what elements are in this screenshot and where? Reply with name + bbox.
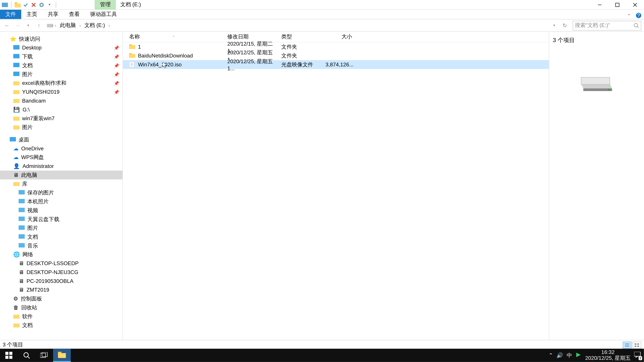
- sidebar-onedrive[interactable]: ☁OneDrive: [0, 144, 122, 153]
- navigation-pane: ⭐快速访问 Desktop📌 下载📌 文档📌 图片📌 excel表格制作求和📌 …: [0, 32, 123, 340]
- sidebar-g-drive[interactable]: 💾G:\: [0, 105, 122, 114]
- svg-rect-16: [13, 71, 20, 76]
- search-button[interactable]: [18, 349, 35, 362]
- taskbar-explorer[interactable]: [53, 349, 70, 362]
- svg-rect-25: [18, 199, 25, 203]
- sidebar-win7reinstall[interactable]: win7重装win7: [0, 114, 122, 123]
- recycle-icon: 🗑: [13, 305, 18, 311]
- crumb-drive[interactable]: 文档 (E:): [82, 21, 107, 30]
- svg-rect-52: [9, 356, 12, 359]
- cursor-icon: [163, 62, 168, 69]
- tray-app-icon[interactable]: [576, 352, 582, 359]
- sidebar-documents[interactable]: 文档📌: [0, 61, 122, 70]
- sidebar-excel[interactable]: excel表格制作求和📌: [0, 79, 122, 87]
- svg-rect-33: [129, 45, 135, 49]
- title-context-tab[interactable]: 管理: [94, 0, 116, 9]
- refresh-button[interactable]: ↻: [560, 21, 569, 30]
- clock[interactable]: 16:32 2020/12/25, 星期五: [585, 350, 630, 361]
- sidebar-recycle[interactable]: 🗑回收站: [0, 303, 122, 312]
- ribbon-menu: 文件 主页 共享 查看 驱动器工具: [0, 10, 644, 19]
- sidebar-netpc2[interactable]: 🖥DESKTOP-NJEU3CG: [0, 268, 122, 277]
- sidebar-control-panel[interactable]: ⚙控制面板: [0, 294, 122, 303]
- tray-chevron-icon[interactable]: ⌃: [548, 352, 553, 359]
- sidebar-netpc4[interactable]: 🖥ZMT2019: [0, 286, 122, 295]
- network-icon: 🌐: [13, 251, 20, 258]
- ql-folder-icon[interactable]: [14, 1, 21, 8]
- ime-indicator[interactable]: 中: [567, 352, 572, 359]
- search-input[interactable]: 搜索"文档 (E:)": [573, 21, 641, 30]
- address-dropdown-icon[interactable]: ▾: [550, 21, 559, 30]
- sidebar-libraries[interactable]: 库: [0, 179, 122, 188]
- svg-rect-32: [13, 324, 20, 328]
- pin-icon: 📌: [114, 81, 119, 85]
- svg-rect-27: [18, 217, 25, 221]
- col-name[interactable]: 名称 ⌃: [129, 33, 227, 41]
- svg-rect-40: [583, 88, 612, 91]
- action-center-icon[interactable]: 3: [634, 352, 641, 359]
- svg-rect-0: [2, 2, 8, 7]
- titlebar: ▾ 管理 文档 (E:) ⌃ ?: [0, 0, 644, 10]
- task-view-button[interactable]: [36, 349, 53, 362]
- help-button[interactable]: ?: [634, 10, 643, 20]
- pin-icon: 📌: [114, 54, 119, 59]
- sidebar-local-photos[interactable]: 本机照片: [0, 197, 122, 206]
- ql-dropdown-icon[interactable]: ▾: [46, 1, 53, 8]
- sidebar-pics3[interactable]: 图片: [0, 224, 122, 232]
- ribbon-share[interactable]: 共享: [42, 10, 64, 19]
- sidebar-network[interactable]: 🌐网络: [0, 250, 122, 259]
- sidebar-software[interactable]: 软件: [0, 312, 122, 321]
- crumb-thispc[interactable]: 此电脑: [58, 21, 78, 30]
- sidebar-tianyi[interactable]: 天翼云盘下载: [0, 215, 122, 224]
- pc-icon: 🖥: [18, 278, 24, 284]
- svg-line-54: [28, 357, 30, 359]
- cpanel-icon: ⚙: [13, 296, 18, 302]
- sidebar-docs3[interactable]: 文档: [0, 232, 122, 241]
- ribbon-view[interactable]: 查看: [64, 10, 85, 19]
- sidebar-quick-access[interactable]: ⭐快速访问: [0, 34, 122, 43]
- file-row-selected[interactable]: Win7x64_2020.iso 2020/12/25, 星期五 1... 光盘…: [123, 60, 549, 69]
- sidebar-saved-pics[interactable]: 保存的图片: [0, 188, 122, 197]
- sidebar-wps[interactable]: ☁WPS网盘: [0, 153, 122, 162]
- ql-close-icon[interactable]: [30, 1, 37, 8]
- window-title: 文档 (E:): [116, 1, 146, 8]
- col-size[interactable]: 大小: [326, 33, 352, 41]
- ribbon-file[interactable]: 文件: [0, 10, 21, 19]
- maximize-button[interactable]: [608, 0, 626, 10]
- file-row[interactable]: BaiduNetdiskDownload 2020/12/25, 星期五 1..…: [123, 51, 549, 60]
- breadcrumb[interactable]: › 此电脑 › 文档 (E:) › ▾ ↻: [45, 21, 571, 30]
- sidebar-videos[interactable]: 视频: [0, 206, 122, 215]
- sidebar-pictures[interactable]: 图片📌: [0, 70, 122, 79]
- sidebar-pictures2[interactable]: 图片: [0, 123, 122, 132]
- svg-rect-46: [637, 343, 639, 345]
- sidebar-thispc[interactable]: 🖥此电脑: [0, 171, 122, 179]
- volume-icon[interactable]: 🔊: [556, 352, 563, 359]
- file-row[interactable]: 1 2020/12/15, 星期二 1... 文件夹: [123, 42, 549, 51]
- sidebar-netpc1[interactable]: 🖥DESKTOP-LSSOEDP: [0, 259, 122, 268]
- ribbon-collapse-icon[interactable]: ⌃: [624, 10, 633, 20]
- sidebar-admin[interactable]: 👤Administrator: [0, 162, 122, 171]
- view-details-button[interactable]: [623, 341, 632, 349]
- up-button[interactable]: ↑: [34, 21, 44, 30]
- col-date[interactable]: 修改日期: [227, 33, 281, 41]
- view-icons-button[interactable]: [632, 341, 641, 349]
- ql-gear-icon[interactable]: [38, 1, 44, 8]
- sidebar-yunqishi[interactable]: YUNQISHI2019📌: [0, 87, 122, 96]
- svg-rect-26: [18, 208, 25, 212]
- forward-button[interactable]: →: [13, 21, 22, 30]
- ribbon-home[interactable]: 主页: [21, 10, 42, 19]
- sidebar-docs4[interactable]: 文档: [0, 321, 122, 330]
- sidebar-bandicam[interactable]: Bandicam: [0, 96, 122, 105]
- recent-dropdown[interactable]: ▾: [24, 21, 33, 30]
- sidebar-downloads[interactable]: 下载📌: [0, 52, 122, 61]
- sidebar-desktop[interactable]: Desktop📌: [0, 43, 122, 52]
- close-button[interactable]: [626, 0, 644, 10]
- ribbon-drive-tools[interactable]: 驱动器工具: [85, 10, 122, 19]
- start-button[interactable]: [0, 349, 18, 362]
- sidebar-desktop-root[interactable]: 桌面: [0, 135, 122, 144]
- sidebar-netpc3[interactable]: 🖥PC-20190530OBLA: [0, 277, 122, 286]
- col-type[interactable]: 类型: [281, 33, 326, 41]
- minimize-button[interactable]: [591, 0, 608, 10]
- sidebar-music[interactable]: 音乐: [0, 241, 122, 250]
- ql-check-icon[interactable]: [22, 1, 29, 8]
- back-button[interactable]: ←: [3, 21, 12, 30]
